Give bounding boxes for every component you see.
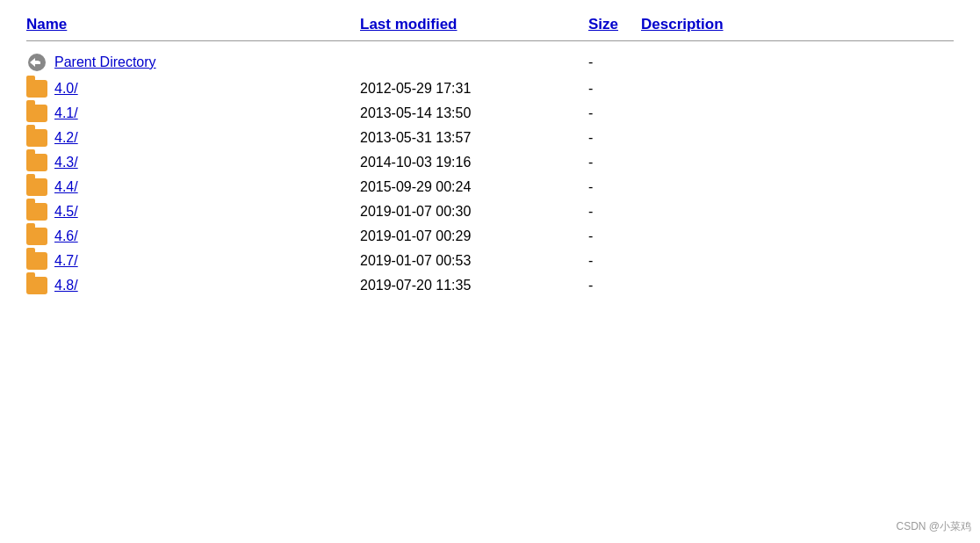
header-modified: Last modified (360, 16, 588, 33)
file-list: Parent Directory-4.0/2012-05-29 17:31-4.… (26, 48, 954, 298)
folder-icon (26, 80, 47, 98)
table-row: 4.3/2014-10-03 19:16- (26, 150, 954, 175)
table-row: 4.6/2019-01-07 00:29- (26, 224, 954, 249)
file-size-cell: - (588, 130, 641, 146)
file-modified-cell: 2019-01-07 00:29 (360, 228, 588, 244)
folder-icon (26, 129, 47, 147)
header-row: Name Last modified Size Description (26, 9, 954, 41)
folder-link[interactable]: 4.6/ (54, 228, 78, 244)
table-row: 4.1/2013-05-14 13:50- (26, 101, 954, 126)
file-size-cell: - (588, 228, 641, 244)
file-name-cell: 4.8/ (26, 277, 360, 294)
sort-by-desc-link[interactable]: Description (641, 16, 724, 33)
table-row: 4.4/2015-09-29 00:24- (26, 175, 954, 199)
folder-icon (26, 228, 47, 245)
header-size: Size (588, 16, 641, 33)
file-name-cell: 4.7/ (26, 252, 360, 270)
file-modified-cell: 2019-01-07 00:30 (360, 204, 588, 220)
folder-link[interactable]: 4.2/ (54, 130, 78, 146)
table-row: 4.8/2019-07-20 11:35- (26, 273, 954, 298)
file-size-cell: - (588, 253, 641, 269)
folder-link[interactable]: 4.8/ (54, 278, 78, 293)
parent-dir-icon (26, 52, 47, 73)
file-size-cell: - (588, 54, 641, 70)
file-name-cell: 4.4/ (26, 178, 360, 196)
folder-link[interactable]: 4.0/ (54, 81, 78, 97)
svg-point-2 (38, 56, 43, 62)
parent-dir-link[interactable]: Parent Directory (54, 54, 156, 70)
folder-icon (26, 203, 47, 221)
header-name: Name (26, 16, 360, 33)
table-row: 4.2/2013-05-31 13:57- (26, 126, 954, 150)
file-size-cell: - (588, 204, 641, 220)
folder-link[interactable]: 4.5/ (54, 204, 78, 220)
file-name-cell: 4.0/ (26, 80, 360, 98)
watermark-label: CSDN @小菜鸡 (896, 519, 971, 534)
table-row: 4.7/2019-01-07 00:53- (26, 249, 954, 273)
table-row: 4.5/2019-01-07 00:30- (26, 199, 954, 224)
file-modified-cell: 2013-05-31 13:57 (360, 130, 588, 146)
folder-icon (26, 178, 47, 196)
table-row: Parent Directory- (26, 48, 954, 76)
folder-link[interactable]: 4.4/ (54, 179, 78, 195)
file-name-cell: 4.3/ (26, 154, 360, 171)
file-name-cell: 4.2/ (26, 129, 360, 147)
file-size-cell: - (588, 81, 641, 97)
file-size-cell: - (588, 155, 641, 170)
folder-link[interactable]: 4.7/ (54, 253, 78, 269)
file-modified-cell: 2015-09-29 00:24 (360, 179, 588, 195)
folder-icon (26, 252, 47, 270)
sort-by-modified-link[interactable]: Last modified (360, 16, 458, 33)
folder-icon (26, 154, 47, 171)
folder-icon (26, 105, 47, 122)
file-modified-cell: 2019-01-07 00:53 (360, 253, 588, 269)
file-name-cell: 4.1/ (26, 105, 360, 122)
folder-icon (26, 277, 47, 294)
file-name-cell: Parent Directory (26, 52, 360, 73)
folder-link[interactable]: 4.3/ (54, 155, 78, 170)
file-modified-cell: 2019-07-20 11:35 (360, 278, 588, 293)
sort-by-name-link[interactable]: Name (26, 16, 67, 33)
file-size-cell: - (588, 105, 641, 121)
file-modified-cell: 2014-10-03 19:16 (360, 155, 588, 170)
sort-by-size-link[interactable]: Size (588, 16, 618, 33)
file-modified-cell: 2012-05-29 17:31 (360, 81, 588, 97)
file-name-cell: 4.5/ (26, 203, 360, 221)
file-modified-cell: 2013-05-14 13:50 (360, 105, 588, 121)
header-description: Description (641, 16, 954, 33)
table-row: 4.0/2012-05-29 17:31- (26, 76, 954, 101)
file-size-cell: - (588, 179, 641, 195)
directory-listing: Name Last modified Size Description Pare… (0, 0, 980, 307)
file-name-cell: 4.6/ (26, 228, 360, 245)
folder-link[interactable]: 4.1/ (54, 105, 78, 121)
file-size-cell: - (588, 278, 641, 293)
